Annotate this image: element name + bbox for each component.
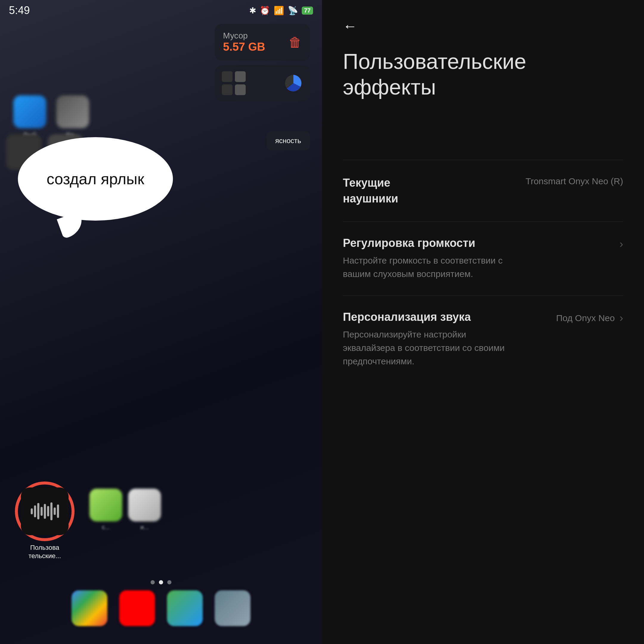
storage-sq-1 <box>222 71 233 82</box>
wave-bar-4 <box>41 507 43 516</box>
back-button[interactable]: ← <box>343 18 361 34</box>
trash-icon: 🗑 <box>289 35 302 50</box>
volume-control-left: Регулировка громкости Настройте громкост… <box>343 237 620 281</box>
sound-personalization-desc: Персонализируйте настройки эквалайзера в… <box>343 328 516 368</box>
section-sound-personalization[interactable]: Персонализация звука Персонализируйте на… <box>343 295 623 383</box>
mid-icon-img-2 <box>128 489 161 521</box>
current-headphones-value: Tronsmart Onyx Neo (R) <box>526 175 623 186</box>
mid-icons: с... и... <box>89 489 161 531</box>
status-time: 5:49 <box>9 4 30 17</box>
youtube-icon[interactable] <box>119 590 155 626</box>
status-icons: ✱ ⏰ 📶 📡 77 <box>249 6 313 16</box>
sound-personalization-left: Персонализация звука Персонализируйте на… <box>343 311 556 368</box>
storage-widget <box>215 65 310 101</box>
current-headphones-label: Текущиенаушники <box>343 175 398 207</box>
wave-bar-7 <box>50 502 52 520</box>
pie-chart-icon <box>284 74 303 93</box>
page-dots <box>0 580 322 584</box>
sound-personalization-title: Персонализация звука <box>343 311 556 323</box>
trash-widget-info: Мусор 5.57 GB <box>223 31 265 53</box>
storage-squares <box>222 71 246 95</box>
app-label-main: Пользовательские... <box>15 544 75 561</box>
wave-bar-8 <box>54 507 56 515</box>
wave-bar-3 <box>37 503 39 519</box>
trash-widget: Мусор 5.57 GB 🗑 <box>215 24 310 61</box>
chevron-right-icon-1: › <box>620 238 623 250</box>
widget-area: Мусор 5.57 GB 🗑 <box>215 24 310 101</box>
speech-text: создал ярлык <box>47 170 144 188</box>
red-circle-highlight <box>15 482 75 541</box>
wifi-icon: 📡 <box>288 6 298 16</box>
volume-control-title: Регулировка громкости <box>343 237 620 250</box>
left-panel: 5:49 ✱ ⏰ 📶 📡 77 Мусор 5.57 GB 🗑 <box>0 0 322 644</box>
speech-bubble: создал ярлык <box>18 137 173 221</box>
storage-sq-3 <box>222 84 233 95</box>
status-bar: 5:49 ✱ ⏰ 📶 📡 77 <box>0 0 322 21</box>
wave-bar-2 <box>34 505 36 517</box>
wave-bar-9 <box>57 504 59 518</box>
sound-personalization-right[interactable]: Под Onyx Neo › <box>556 311 623 324</box>
current-headphones-row: Текущиенаушники Tronsmart Onyx Neo (R) <box>343 175 623 207</box>
app-item-1: Выб <box>12 95 48 139</box>
mid-icon-label-1: с... <box>102 524 110 531</box>
dot-2 <box>159 580 163 584</box>
app-icon-blurred-2 <box>56 95 89 128</box>
mid-icon-1: с... <box>89 489 122 531</box>
alarm-icon: ⏰ <box>260 6 270 16</box>
volume-control-desc: Настройте громкость в соответствии с ваш… <box>343 254 516 281</box>
mid-icon-label-2: и... <box>140 524 149 531</box>
section-current-headphones: Текущиенаушники Tronsmart Onyx Neo (R) <box>343 160 623 222</box>
chevron-right-icon-2: › <box>620 312 623 324</box>
settings-icon[interactable] <box>215 590 250 626</box>
sound-personalization-row[interactable]: Персонализация звука Персонализируйте на… <box>343 311 623 368</box>
brightness-strip: яcность <box>266 131 310 150</box>
wave-bar-6 <box>47 506 49 516</box>
sound-personalization-value: Под Onyx Neo <box>556 313 615 323</box>
bottom-icons-row <box>0 590 322 626</box>
bluetooth-icon: ✱ <box>249 6 256 16</box>
main-app-icon[interactable] <box>21 487 69 535</box>
volume-control-right: › <box>620 237 623 250</box>
waveform-icon <box>31 502 59 520</box>
app-icon-blurred-1 <box>13 95 46 128</box>
dot-1 <box>151 580 155 584</box>
trash-size: 5.57 GB <box>223 41 265 53</box>
app-item-2: Ва... <box>55 95 91 139</box>
brightness-label: яcность <box>275 137 301 145</box>
signal-icon: 📶 <box>274 6 284 16</box>
highlighted-app-container[interactable]: Пользовательские... <box>15 482 75 561</box>
page-title: Пользовательские эффекты <box>343 49 623 100</box>
wave-bar-1 <box>31 508 33 514</box>
mid-icon-img-1 <box>89 489 122 521</box>
storage-sq-2 <box>235 71 246 82</box>
storage-sq-4 <box>235 84 246 95</box>
chrome-icon[interactable] <box>72 590 107 626</box>
dot-3 <box>167 580 171 584</box>
section-volume-control[interactable]: Регулировка громкости Настройте громкост… <box>343 222 623 295</box>
wave-bar-5 <box>44 504 46 519</box>
right-panel: ← Пользовательские эффекты Текущиенаушни… <box>322 0 644 644</box>
volume-control-row[interactable]: Регулировка громкости Настройте громкост… <box>343 237 623 281</box>
maps-icon[interactable] <box>167 590 203 626</box>
battery-indicator: 77 <box>302 7 313 15</box>
mid-icon-2: и... <box>128 489 161 531</box>
trash-label: Мусор <box>223 31 265 41</box>
